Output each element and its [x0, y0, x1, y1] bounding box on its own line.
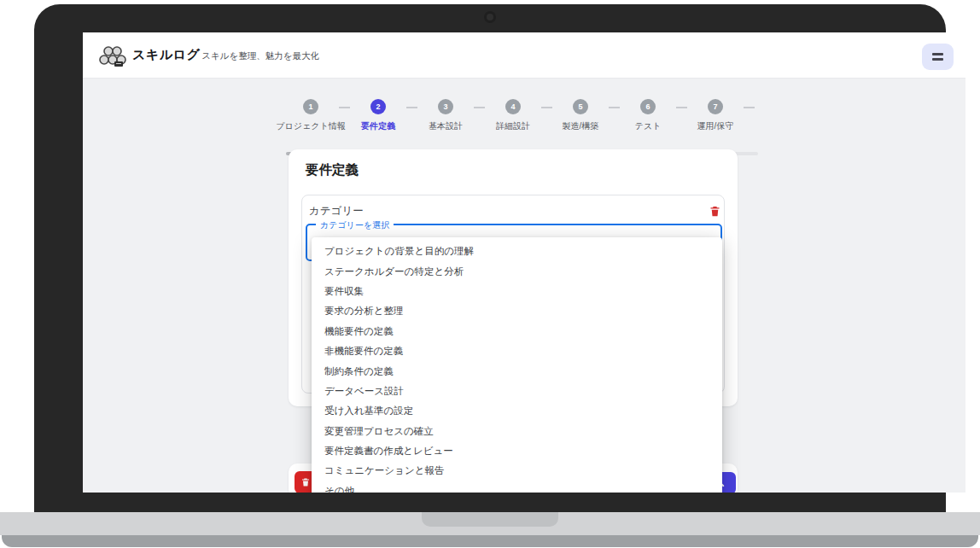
stepper-step[interactable]: 1 プロジェクト情報 [283, 99, 339, 132]
stepper-step[interactable]: 3 基本設計 [417, 99, 474, 132]
dropdown-option[interactable]: ステークホルダーの特定と分析 [312, 261, 722, 281]
stepper-step[interactable]: 7 運用/保守 [687, 99, 744, 132]
delete-category-button[interactable] [708, 205, 721, 219]
laptop-mockup: スキルログ スキルを整理、魅力を最大化 1 [0, 0, 980, 548]
laptop-base [0, 512, 980, 535]
category-select-label: カテゴリーを選択 [316, 219, 394, 231]
step-label: 基本設計 [429, 120, 463, 132]
dropdown-option[interactable]: データベース設計 [312, 382, 722, 401]
dropdown-option[interactable]: コミュニケーションと報告 [312, 461, 722, 481]
stepper-step[interactable]: 6 テスト [620, 99, 676, 132]
dropdown-option[interactable]: 受け入れ基準の設定 [312, 401, 722, 421]
dropdown-option[interactable]: 非機能要件の定義 [312, 341, 722, 361]
category-field-label: カテゴリー [309, 204, 364, 219]
stepper-step[interactable]: 5 製造/構築 [552, 99, 609, 132]
step-label: 運用/保守 [697, 120, 734, 132]
step-connector [609, 107, 620, 108]
menu-button[interactable] [922, 44, 954, 70]
step-number-badge: 5 [573, 99, 588, 114]
stepper-step[interactable]: 4 詳細設計 [485, 99, 541, 132]
dropdown-option[interactable]: 機能要件の定義 [312, 322, 722, 341]
dropdown-option[interactable]: 要件収集 [312, 282, 722, 301]
step-label: テスト [635, 120, 662, 132]
step-number-badge: 4 [505, 99, 521, 114]
step-label: 製造/構築 [563, 120, 599, 132]
step-number-badge: 7 [708, 99, 723, 114]
laptop-bezel: スキルログ スキルを整理、魅力を最大化 1 [34, 4, 946, 512]
stepper-step[interactable]: 2 要件定義 [350, 99, 406, 132]
category-dropdown-menu: プロジェクトの背景と目的の理解 ステークホルダーの特定と分析 要件収集 要求の分… [312, 237, 722, 493]
step-connector [474, 107, 485, 108]
dropdown-option[interactable]: 変更管理プロセスの確立 [312, 422, 722, 441]
dropdown-option[interactable]: 要件定義書の作成とレビュー [312, 441, 722, 461]
dropdown-option[interactable]: その他 [312, 481, 722, 493]
step-label: 要件定義 [361, 120, 395, 132]
step-number-badge: 3 [438, 99, 453, 114]
trash-icon [300, 477, 311, 487]
dropdown-option[interactable]: 制約条件の定義 [312, 361, 722, 381]
step-connector [339, 107, 350, 108]
step-connector [541, 107, 552, 108]
page-content: 1 プロジェクト情報 2 要件定義 [83, 79, 965, 493]
step-label: 詳細設計 [496, 120, 530, 132]
section-title: 要件定義 [306, 161, 359, 179]
app-tagline: スキルを整理、魅力を最大化 [201, 50, 319, 62]
step-connector [676, 107, 687, 108]
step-connector [744, 107, 755, 108]
laptop-base-bottom [2, 535, 978, 547]
laptop-notch [422, 512, 558, 527]
app-screen: スキルログ スキルを整理、魅力を最大化 1 [83, 32, 965, 493]
app-header: スキルログ スキルを整理、魅力を最大化 [83, 32, 965, 79]
step-number-badge: 2 [370, 99, 386, 114]
log-pile-logo-icon [98, 43, 127, 68]
trash-icon [709, 205, 721, 218]
webcam-icon [484, 11, 496, 23]
dropdown-option[interactable]: プロジェクトの背景と目的の理解 [312, 242, 722, 261]
app-title: スキルログ [132, 47, 200, 63]
app-title-group: スキルログ スキルを整理、魅力を最大化 [132, 47, 319, 63]
step-label: プロジェクト情報 [276, 120, 345, 132]
hamburger-icon [932, 53, 943, 55]
step-connector [406, 107, 417, 108]
dropdown-option[interactable]: 要求の分析と整理 [312, 301, 722, 321]
step-number-badge: 6 [640, 99, 656, 114]
stepper: 1 プロジェクト情報 2 要件定義 [283, 99, 755, 132]
step-number-badge: 1 [303, 99, 318, 114]
